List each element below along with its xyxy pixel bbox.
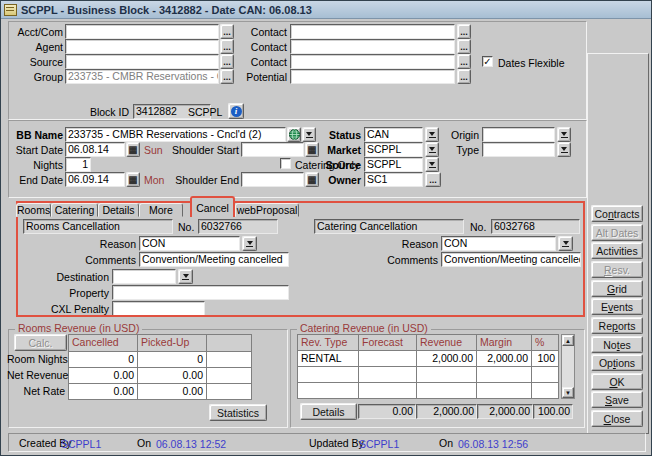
close-button[interactable]: Close xyxy=(591,410,643,427)
statistics-button[interactable]: Statistics xyxy=(209,404,267,421)
source-code-dropdown-button[interactable] xyxy=(425,157,439,172)
contracts-button[interactable]: Contracts xyxy=(591,205,643,222)
rev-type-cell[interactable] xyxy=(298,383,358,398)
percent-cell[interactable]: 100 xyxy=(532,351,558,366)
agent-browse-button[interactable]: ... xyxy=(220,39,234,54)
percent-cell[interactable] xyxy=(532,367,558,382)
tab-more[interactable]: More xyxy=(139,203,183,217)
tab-details[interactable]: Details xyxy=(98,203,139,217)
source-browse-button[interactable]: ... xyxy=(220,54,234,69)
rooms-comments-field[interactable]: Convention/Meeting cancelled xyxy=(139,252,289,267)
acct-com-field[interactable] xyxy=(65,24,219,39)
events-button[interactable]: Events xyxy=(591,298,643,315)
grid-button[interactable]: Grid xyxy=(591,280,643,297)
catering-reason-field[interactable]: CON xyxy=(441,236,556,251)
margin-cell[interactable] xyxy=(477,367,531,382)
dates-flexible-checkbox[interactable]: ✓ xyxy=(482,56,493,67)
destination-dropdown-button[interactable] xyxy=(178,269,193,284)
rooms-reason-dropdown-button[interactable] xyxy=(242,236,257,251)
revenue-cell[interactable] xyxy=(417,367,476,382)
dates-flexible-label: Dates Flexible xyxy=(498,57,578,70)
cxl-penalty-field[interactable] xyxy=(112,301,205,316)
save-button[interactable]: Save xyxy=(591,391,643,408)
acct-com-browse-button[interactable]: ... xyxy=(220,24,234,39)
shoulder-start-field[interactable] xyxy=(241,142,304,157)
scroll-up-button[interactable]: ▲ xyxy=(562,335,574,346)
origin-dropdown-button[interactable] xyxy=(557,127,571,142)
group-label: Group xyxy=(7,71,63,84)
tab-webproposal[interactable]: webProposal xyxy=(235,203,299,217)
potential-field[interactable] xyxy=(290,69,455,84)
contact1-browse-button[interactable]: ... xyxy=(457,24,471,39)
owner-browse-button[interactable]: ... xyxy=(425,172,441,187)
catering-reason-dropdown-button[interactable] xyxy=(558,236,573,251)
contact2-field[interactable] xyxy=(290,39,455,54)
net-revenue-extra xyxy=(207,368,251,383)
cxl-penalty-label: CXL Penalty xyxy=(29,303,109,316)
source-label: Source xyxy=(7,56,63,69)
created-on-label: On xyxy=(137,437,155,450)
tab-catering[interactable]: Catering xyxy=(51,203,98,217)
margin-cell[interactable]: 2,000.00 xyxy=(477,351,531,366)
contact3-field[interactable] xyxy=(290,54,455,69)
potential-browse-button[interactable]: ... xyxy=(457,69,471,84)
catering-table-scrollbar[interactable]: ▲ ▼ xyxy=(561,334,575,399)
status-field[interactable]: CAN xyxy=(364,127,423,142)
group-browse-button[interactable]: ... xyxy=(220,69,234,84)
owner-label: Owner xyxy=(306,174,361,187)
catering-comments-field[interactable]: Convention/Meeting cancelled xyxy=(441,252,581,267)
start-date-calendar-button[interactable]: ▦ xyxy=(126,142,140,157)
rev-type-cell[interactable]: RENTAL xyxy=(298,351,358,366)
title-bar: SCPPL - Business Block - 3412882 - Date … xyxy=(1,1,651,19)
ellipsis-icon: ... xyxy=(460,59,468,65)
property-code-label: SCPPL xyxy=(188,106,224,119)
property-info-button[interactable]: i xyxy=(228,103,244,119)
revenue-cell[interactable] xyxy=(417,383,476,398)
catering-only-checkbox[interactable] xyxy=(280,158,291,169)
options-button[interactable]: Options xyxy=(591,354,643,371)
tab-rooms[interactable]: Rooms xyxy=(16,203,51,217)
column-header: Margin xyxy=(477,335,531,350)
reports-button[interactable]: Reports xyxy=(591,317,643,334)
calendar-icon: ▦ xyxy=(128,175,137,185)
activities-button[interactable]: Activities xyxy=(591,242,643,259)
margin-cell[interactable] xyxy=(477,383,531,398)
column-header: Cancelled xyxy=(69,335,137,351)
type-dropdown-button[interactable] xyxy=(557,142,571,157)
owner-field[interactable]: SC1 xyxy=(364,172,423,187)
percent-cell[interactable] xyxy=(532,383,558,398)
scroll-down-button[interactable]: ▼ xyxy=(562,387,574,398)
forecast-cell[interactable] xyxy=(359,367,416,382)
origin-field[interactable] xyxy=(482,127,555,142)
rev-type-cell[interactable] xyxy=(298,367,358,382)
notes-button[interactable]: Notes xyxy=(591,336,643,353)
type-field[interactable] xyxy=(482,142,555,157)
source-code-field[interactable]: SCPPL xyxy=(364,157,423,172)
nights-field[interactable]: 1 xyxy=(65,157,91,172)
agent-field[interactable] xyxy=(65,39,219,54)
end-date-calendar-button[interactable]: ▦ xyxy=(126,172,140,187)
forecast-cell[interactable] xyxy=(359,351,416,366)
contact2-browse-button[interactable]: ... xyxy=(457,39,471,54)
destination-field[interactable] xyxy=(112,269,176,284)
market-field[interactable]: SCPPL xyxy=(364,142,423,157)
ok-button[interactable]: OK xyxy=(591,373,643,390)
shoulder-end-field[interactable] xyxy=(241,172,304,187)
tab-cancel[interactable]: Cancel xyxy=(190,196,235,217)
forecast-cell[interactable] xyxy=(359,383,416,398)
audit-footer: Created By SCPPL1 On 06.08.13 12:52 Upda… xyxy=(8,433,646,452)
start-date-field[interactable]: 06.08.14 xyxy=(65,142,125,157)
room-nights-extra xyxy=(207,352,251,367)
column-header: Rev. Type xyxy=(298,335,358,350)
property-field[interactable] xyxy=(112,285,289,300)
bb-name-web-button[interactable] xyxy=(287,127,301,142)
source-field[interactable] xyxy=(65,54,219,69)
revenue-cell[interactable]: 2,000.00 xyxy=(417,351,476,366)
contact1-field[interactable] xyxy=(290,24,455,39)
contact3-browse-button[interactable]: ... xyxy=(457,54,471,69)
details-button[interactable]: Details xyxy=(300,403,357,420)
rooms-reason-field[interactable]: CON xyxy=(139,236,240,251)
end-date-field[interactable]: 06.09.14 xyxy=(65,172,125,187)
column-header: Forecast xyxy=(359,335,416,350)
bb-name-field[interactable]: 233735 - CMBR Reservations - Cncl'd (2) xyxy=(65,127,286,142)
